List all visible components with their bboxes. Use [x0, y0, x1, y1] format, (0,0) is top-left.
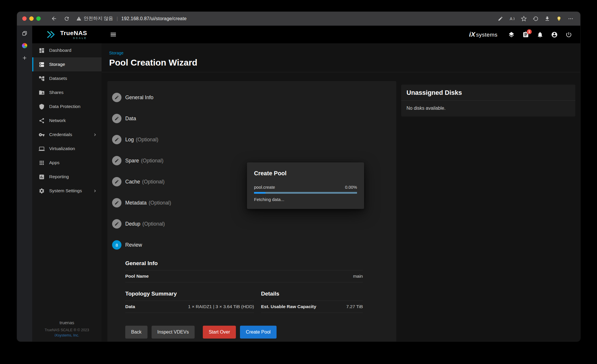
edit-step-button[interactable] — [112, 135, 121, 144]
capacity-value: 7.27 TiB — [346, 304, 363, 309]
sidebar-item-storage[interactable]: Storage — [32, 57, 102, 71]
data-vdev-label: Data — [125, 304, 135, 309]
brand-name: TrueNAS — [60, 30, 87, 36]
page-title: Pool Creation Wizard — [109, 58, 573, 68]
datasets-tree-icon — [39, 75, 45, 82]
sidebar-item-credentials[interactable]: Credentials — [32, 128, 102, 142]
details-heading: Details — [261, 291, 363, 297]
url-separator: | — [116, 16, 118, 21]
network-share-icon — [39, 118, 45, 124]
window-minimize-button[interactable] — [29, 16, 34, 21]
app-header: TrueNAS SCALE iX systems — [32, 26, 580, 43]
step-label: Log — [125, 137, 134, 143]
notifications-bell-icon[interactable] — [537, 31, 543, 38]
new-tab-icon[interactable] — [20, 54, 29, 62]
dashboard-icon — [39, 47, 45, 54]
sidebar-item-virtualization[interactable]: Virtualization — [32, 142, 102, 156]
start-over-button[interactable]: Start Over — [203, 326, 236, 339]
edit-step-button[interactable] — [112, 219, 121, 229]
create-pool-dialog: Create Pool pool.create 0.00% Fetching d… — [247, 162, 364, 209]
edit-step-button[interactable] — [112, 177, 121, 186]
review-section: General Info Pool Name main Topology Sum… — [125, 260, 363, 339]
wizard-step-log[interactable]: Log (Optional) — [112, 129, 396, 150]
window-zoom-button[interactable] — [36, 16, 41, 21]
window-close-button[interactable] — [22, 16, 27, 21]
sidebar-item-dashboard[interactable]: Dashboard — [32, 43, 102, 57]
sidebar-item-label: Storage — [49, 62, 65, 67]
location-pin-icon[interactable] — [555, 14, 563, 23]
desktop-background: 안전하지 않음 | 192.168.0.87/ui/storage/create… — [0, 0, 597, 364]
data-vdev-row: Data 1 × RAIDZ1 | 3 × 3.64 TiB (HDD) — [125, 301, 254, 313]
download-icon[interactable] — [543, 14, 552, 23]
sidebar-item-label: Datasets — [49, 76, 67, 81]
url-text: 192.168.0.87/ui/storage/create — [121, 16, 187, 21]
back-button[interactable]: Back — [125, 326, 147, 339]
sidebar-item-label: Shares — [49, 90, 64, 95]
sidebar-item-apps[interactable]: Apps — [32, 156, 102, 170]
tasks-clipboard-icon[interactable]: 1 — [522, 31, 529, 38]
sidebar-item-reporting[interactable]: Reporting — [32, 170, 102, 184]
tab-overview-icon[interactable] — [20, 29, 29, 37]
edit-step-button[interactable] — [112, 156, 121, 165]
gear-icon — [39, 188, 45, 194]
step-label: Review — [125, 242, 142, 248]
address-bar[interactable]: 안전하지 않음 | 192.168.0.87/ui/storage/create — [76, 16, 187, 22]
pool-wizard-card: General Info Data — [107, 81, 396, 341]
step-optional-label: (Optional) — [149, 200, 171, 206]
general-info-heading: General Info — [125, 260, 363, 267]
favorites-star-icon[interactable] — [519, 14, 528, 23]
capacity-label: Est. Usable Raw Capacity — [261, 304, 316, 309]
inspect-vdevs-button[interactable]: Inspect VDEVs — [152, 326, 195, 339]
side-navigation: Dashboard Storage Datasets Shares — [32, 43, 102, 341]
edit-step-button[interactable] — [112, 93, 121, 102]
sidebar-item-data-protection[interactable]: Data Protection — [32, 99, 102, 114]
sync-icon[interactable] — [531, 14, 540, 23]
wizard-step-review[interactable]: 8 Review — [112, 234, 396, 255]
progress-bar-fill — [254, 192, 265, 194]
truenas-logo-icon — [47, 30, 57, 39]
page-header: Storage Pool Creation Wizard — [102, 43, 580, 72]
ixsystems-link[interactable]: iXsystems, Inc. — [32, 333, 102, 337]
wizard-step-data[interactable]: Data — [112, 108, 396, 129]
step-number-badge[interactable]: 8 — [112, 240, 121, 250]
shield-icon — [39, 104, 45, 110]
reload-icon[interactable] — [62, 14, 71, 23]
sidebar-item-shares[interactable]: Shares — [32, 85, 102, 99]
pencil-icon — [114, 95, 119, 100]
account-icon[interactable] — [551, 31, 558, 38]
sidebar-item-network[interactable]: Network — [32, 114, 102, 128]
dialog-status-text: Fetching data... — [254, 197, 357, 202]
edit-step-button[interactable] — [112, 114, 121, 123]
create-pool-button[interactable]: Create Pool — [240, 326, 277, 339]
jobs-layers-icon[interactable] — [508, 31, 515, 38]
sidebar-item-system-settings[interactable]: System Settings — [32, 184, 102, 198]
details-column: Details Est. Usable Raw Capacity 7.27 Ti… — [261, 291, 363, 313]
unassigned-disks-title: Unassigned Disks — [401, 85, 575, 101]
pen-icon[interactable] — [496, 14, 505, 23]
edit-step-button[interactable] — [112, 198, 121, 207]
chart-icon — [39, 174, 45, 180]
dialog-title: Create Pool — [254, 170, 357, 177]
main-content: Storage Pool Creation Wizard Gener — [102, 43, 580, 341]
sidebar-footer: truenas TrueNAS SCALE ® © 2023 iXsystems… — [32, 320, 102, 337]
more-menu-icon[interactable] — [566, 14, 575, 23]
back-icon[interactable] — [49, 14, 58, 23]
wizard-actions: Back Inspect VDEVs Start Over Create Poo… — [125, 326, 363, 339]
unassigned-disks-card: Unassigned Disks No disks available. — [401, 85, 575, 116]
chevron-right-icon — [92, 132, 97, 137]
wizard-step-general-info[interactable]: General Info — [112, 87, 396, 108]
pool-name-row: Pool Name main — [125, 270, 363, 282]
pool-name-label: Pool Name — [125, 274, 149, 279]
menu-toggle-icon[interactable] — [110, 31, 117, 38]
extension-icon[interactable] — [20, 42, 29, 50]
no-disks-message: No disks available. — [401, 101, 575, 116]
sidebar-item-datasets[interactable]: Datasets — [32, 71, 102, 85]
wizard-step-dedup[interactable]: Dedup (Optional) — [112, 213, 396, 234]
job-row: pool.create 0.00% — [254, 185, 357, 190]
breadcrumb[interactable]: Storage — [109, 51, 123, 55]
truenas-logo[interactable]: TrueNAS SCALE — [32, 30, 102, 40]
read-aloud-icon[interactable]: A — [508, 14, 517, 23]
power-icon[interactable] — [565, 31, 572, 38]
header-actions: iX systems 1 — [469, 31, 580, 38]
step-optional-label: (Optional) — [141, 158, 164, 164]
